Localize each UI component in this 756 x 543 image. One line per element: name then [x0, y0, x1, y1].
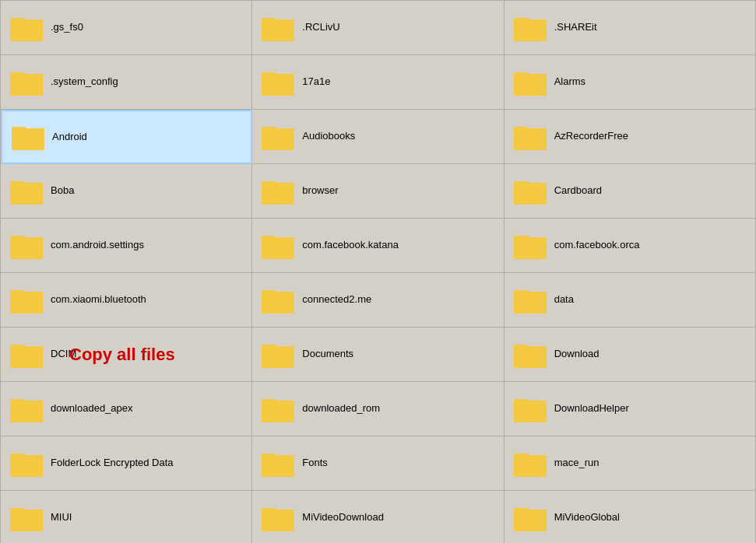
folder-item-rclivu[interactable]: .RCLivU	[252, 1, 504, 55]
folder-icon	[514, 178, 547, 205]
folder-name: MiVideoGlobal	[554, 511, 620, 524]
folder-name: com.android.settings	[51, 239, 144, 252]
folder-icon	[10, 396, 43, 422]
folder-icon	[262, 15, 294, 41]
folder-name: downloaded_rom	[302, 402, 380, 415]
folder-icon	[10, 342, 43, 368]
folder-item-audiobooks[interactable]: Audiobooks	[252, 110, 504, 164]
folder-icon	[514, 233, 547, 259]
folder-item-downloaded_rom[interactable]: downloaded_rom	[252, 382, 504, 436]
folder-icon	[10, 69, 43, 96]
folder-name: .system_config	[51, 75, 118, 89]
folder-item-mivideoglobal[interactable]: MiVideoGlobal	[505, 491, 756, 543]
folder-icon	[10, 450, 43, 477]
folder-name: Documents	[302, 348, 353, 361]
folder-icon	[514, 69, 547, 96]
folder-item-alarms[interactable]: Alarms	[505, 55, 756, 110]
folder-icon	[514, 450, 547, 477]
folder-name: FolderLock Encrypted Data	[51, 457, 174, 470]
folder-name: data	[554, 293, 574, 307]
folder-icon	[262, 396, 294, 422]
folder-name: .SHAREit	[554, 21, 597, 34]
folder-name: Fonts	[302, 457, 328, 470]
folder-name: AzRecorderFree	[554, 130, 628, 143]
folder-name: Alarms	[554, 75, 585, 89]
folder-item-miui[interactable]: MIUI	[1, 491, 252, 543]
folder-item-com_facebook_orca[interactable]: com.facebook.orca	[505, 219, 756, 273]
folder-icon	[262, 342, 294, 368]
folder-item-mace_run[interactable]: mace_run	[505, 436, 756, 491]
folder-icon	[10, 287, 43, 314]
folder-item-browser[interactable]: browser	[252, 164, 504, 219]
folder-name: com.xiaomi.bluetooth	[51, 293, 146, 307]
folder-icon	[10, 233, 43, 259]
folder-name: .gs_fs0	[51, 21, 83, 34]
folder-name: mace_run	[554, 457, 600, 470]
folder-item-com_xiaomi_bluetooth[interactable]: com.xiaomi.bluetooth	[1, 273, 252, 328]
folder-icon	[10, 15, 43, 41]
folder-item-shareit[interactable]: .SHAREit	[505, 1, 756, 55]
folder-item-gs_fs0[interactable]: .gs_fs0	[1, 1, 252, 55]
folder-name: 17a1e	[302, 75, 330, 89]
folder-icon	[12, 124, 44, 150]
folder-item-azrecorderfree[interactable]: AzRecorderFree	[505, 110, 756, 164]
folder-name: MiVideoDownload	[302, 511, 384, 524]
folder-icon	[262, 450, 294, 477]
folder-item-fonts[interactable]: Fonts	[252, 436, 504, 491]
folder-name: com.facebook.orca	[554, 239, 640, 252]
folder-item-downloaded_apex[interactable]: downloaded_apex	[1, 382, 252, 436]
folder-icon	[262, 69, 294, 96]
folder-item-com_facebook_katana[interactable]: com.facebook.katana	[252, 219, 504, 273]
folder-icon	[514, 505, 547, 531]
folder-name: DownloadHelper	[554, 402, 629, 415]
folder-item-boba[interactable]: Boba	[1, 164, 252, 219]
folder-name: Audiobooks	[302, 130, 355, 143]
folder-grid: .gs_fs0 .RCLivU .SHAREit	[0, 0, 756, 543]
folder-icon	[514, 287, 547, 314]
folder-name: downloaded_apex	[51, 402, 133, 415]
folder-name: connected2.me	[302, 293, 371, 307]
folder-icon	[514, 396, 547, 422]
folder-item-android[interactable]: Android	[1, 110, 252, 164]
folder-icon	[262, 233, 294, 259]
folder-name: Download	[554, 348, 600, 361]
folder-icon	[10, 505, 43, 531]
folder-icon	[262, 178, 294, 205]
folder-item-mivideodownload[interactable]: MiVideoDownload	[252, 491, 504, 543]
folder-item-downloadhelper[interactable]: DownloadHelper	[505, 382, 756, 436]
folder-icon	[10, 178, 43, 205]
folder-item-data[interactable]: data	[505, 273, 756, 328]
folder-icon	[262, 287, 294, 314]
folder-icon	[262, 124, 294, 150]
folder-item-system_config[interactable]: .system_config	[1, 55, 252, 110]
folder-name: Cardboard	[554, 184, 602, 198]
folder-item-folderlock[interactable]: FolderLock Encrypted Data	[1, 436, 252, 491]
folder-item-dcim[interactable]: DCIMCopy all files	[1, 328, 252, 382]
folder-item-cardboard[interactable]: Cardboard	[505, 164, 756, 219]
folder-item-download[interactable]: Download	[505, 328, 756, 382]
folder-icon	[262, 505, 294, 531]
copy-all-label: Copy all files	[69, 345, 175, 365]
folder-icon	[514, 15, 547, 41]
folder-name: .RCLivU	[302, 21, 339, 34]
folder-icon	[514, 124, 547, 150]
folder-item-documents[interactable]: Documents	[252, 328, 504, 382]
folder-item-connected2me[interactable]: connected2.me	[252, 273, 504, 328]
folder-name: Android	[52, 131, 87, 144]
folder-name: Boba	[51, 184, 74, 198]
folder-item-17a1e[interactable]: 17a1e	[252, 55, 504, 110]
folder-name: MIUI	[51, 511, 72, 524]
folder-icon	[514, 342, 547, 368]
folder-name: com.facebook.katana	[302, 239, 399, 252]
folder-name: browser	[302, 184, 338, 198]
folder-item-com_android_settings[interactable]: com.android.settings	[1, 219, 252, 273]
